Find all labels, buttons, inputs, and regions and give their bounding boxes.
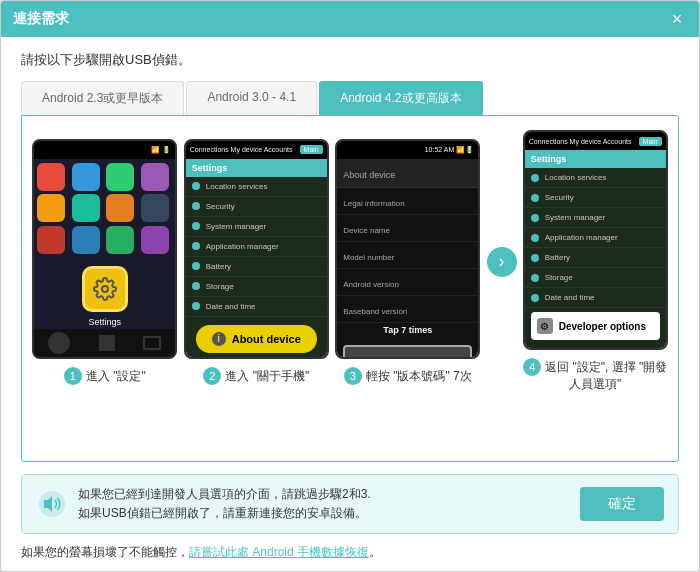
menu-dot bbox=[192, 302, 200, 310]
tab-android-30[interactable]: Android 3.0 - 4.1 bbox=[186, 81, 317, 115]
menu-dot bbox=[192, 282, 200, 290]
tap-label: Tap 7 times bbox=[383, 325, 432, 335]
step-2: Connections My device Accounts Main Sett… bbox=[184, 139, 330, 385]
app-icon bbox=[37, 163, 65, 191]
step-4: Connections My device Accounts Main Sett… bbox=[523, 130, 669, 393]
phone4-nav: Settings bbox=[525, 150, 666, 168]
menu-about2: About device bbox=[525, 344, 666, 350]
step-3-label: 3輕按 "版本號碼" 7次 bbox=[344, 367, 472, 385]
close-button[interactable]: × bbox=[667, 9, 687, 29]
menu-dot bbox=[531, 350, 539, 351]
menu-location: Location services bbox=[186, 177, 327, 197]
phone2-nav: Settings bbox=[186, 159, 327, 177]
phone2-status-bar: Connections My device Accounts Main bbox=[186, 141, 327, 159]
phone3-status-bar: 10:52 AM 📶🔋 bbox=[337, 141, 478, 159]
menu-dot bbox=[531, 294, 539, 302]
tab-android-23[interactable]: Android 2.3或更早版本 bbox=[21, 81, 184, 115]
steps-container: 📶 🔋 bbox=[32, 130, 668, 393]
link-section: 如果您的螢幕損壞了不能觸控，請嘗試此處 Android 手機數據恢復。 bbox=[21, 544, 679, 561]
dialog-window: 連接需求 × 請按以下步驟開啟USB偵錯。 Android 2.3或更早版本 A… bbox=[0, 0, 700, 572]
menu-security2: Security bbox=[525, 188, 666, 208]
title-bar: 連接需求 × bbox=[1, 1, 699, 37]
about-baseband: Baseband version bbox=[337, 296, 478, 323]
menu-dot bbox=[531, 254, 539, 262]
app-icon bbox=[37, 226, 65, 254]
menu-battery2: Battery bbox=[525, 248, 666, 268]
settings-label: Settings bbox=[88, 317, 121, 327]
app-icon bbox=[141, 194, 169, 222]
bottom-note-text: 如果您已經到達開發人員選項的介面，請跳過步驟2和3. 如果USB偵錯已經開啟了，… bbox=[78, 485, 570, 523]
about-android: Android version bbox=[337, 269, 478, 296]
menu-dot bbox=[192, 182, 200, 190]
about-device-highlight: i About device bbox=[196, 325, 317, 353]
phone-screen-4: Connections My device Accounts Main Sett… bbox=[523, 130, 668, 350]
menu-date: Date and time bbox=[186, 297, 327, 317]
menu-dot bbox=[192, 202, 200, 210]
menu-dot bbox=[531, 174, 539, 182]
developer-icon: ⚙ bbox=[537, 318, 553, 334]
phone1-status-bar: 📶 🔋 bbox=[34, 141, 175, 159]
dialog-title: 連接需求 bbox=[13, 10, 69, 28]
menu-dot bbox=[192, 222, 200, 230]
app-icon bbox=[72, 163, 100, 191]
app-icon bbox=[141, 226, 169, 254]
phone-screen-3: 10:52 AM 📶🔋 About device Legal informati… bbox=[335, 139, 480, 359]
developer-options-highlight: ⚙ Developer options bbox=[531, 312, 660, 340]
app-icon bbox=[106, 163, 134, 191]
menu-security: Security bbox=[186, 197, 327, 217]
app-icon bbox=[141, 163, 169, 191]
about-device-header: About device bbox=[337, 159, 478, 188]
app-icon bbox=[106, 194, 134, 222]
menu-location2: Location services bbox=[525, 168, 666, 188]
phone1-bottom-bar bbox=[34, 329, 175, 357]
phone-screen-1: 📶 🔋 bbox=[32, 139, 177, 359]
menu-storage: Storage bbox=[186, 277, 327, 297]
phone4-status-bar: Connections My device Accounts Main bbox=[525, 132, 666, 150]
menu-battery: Battery bbox=[186, 257, 327, 277]
app-icon bbox=[72, 194, 100, 222]
about-legal: Legal information bbox=[337, 188, 478, 215]
menu-system: System manager bbox=[186, 217, 327, 237]
tab-android-42[interactable]: Android 4.2或更高版本 bbox=[319, 81, 482, 115]
app-icon bbox=[72, 226, 100, 254]
step-4-label: 4返回 "設定", 選擇 "開發 人員選項" bbox=[523, 358, 668, 393]
about-model: Model number bbox=[337, 242, 478, 269]
menu-system2: System manager bbox=[525, 208, 666, 228]
tab-bar: Android 2.3或更早版本 Android 3.0 - 4.1 Andro… bbox=[21, 81, 679, 115]
menu-dot bbox=[531, 274, 539, 282]
menu-storage2: Storage bbox=[525, 268, 666, 288]
menu-dot bbox=[531, 214, 539, 222]
dialog-body: 請按以下步驟開啟USB偵錯。 Android 2.3或更早版本 Android … bbox=[1, 37, 699, 571]
build-number-box: Build number bbox=[343, 345, 472, 359]
info-icon: i bbox=[212, 332, 226, 346]
content-area: 📶 🔋 bbox=[21, 115, 679, 462]
menu-dot bbox=[531, 194, 539, 202]
menu-apps: Application manager bbox=[186, 237, 327, 257]
app-icon bbox=[106, 226, 134, 254]
svg-point-0 bbox=[102, 286, 108, 292]
bottom-note: 如果您已經到達開發人員選項的介面，請跳過步驟2和3. 如果USB偵錯已經開啟了，… bbox=[21, 474, 679, 534]
step-3: 10:52 AM 📶🔋 About device Legal informati… bbox=[335, 139, 481, 385]
menu-apps2: Application manager bbox=[525, 228, 666, 248]
about-device-name: Device name bbox=[337, 215, 478, 242]
menu-date2: Date and time bbox=[525, 288, 666, 308]
phone-screen-2: Connections My device Accounts Main Sett… bbox=[184, 139, 329, 359]
settings-icon bbox=[82, 266, 128, 312]
step-1: 📶 🔋 bbox=[32, 139, 178, 385]
subtitle: 請按以下步驟開啟USB偵錯。 bbox=[21, 51, 679, 69]
menu-dot bbox=[531, 234, 539, 242]
recovery-link[interactable]: 請嘗試此處 Android 手機數據恢復 bbox=[189, 545, 369, 559]
speaker-icon bbox=[36, 488, 68, 520]
menu-dot bbox=[192, 242, 200, 250]
app-icon bbox=[37, 194, 65, 222]
step-2-label: 2進入 "關于手機" bbox=[203, 367, 309, 385]
build-number-section: Tap 7 times Build number bbox=[337, 323, 478, 359]
menu-dot bbox=[192, 262, 200, 270]
step-1-label: 1進入 "設定" bbox=[64, 367, 146, 385]
ok-button[interactable]: 確定 bbox=[580, 487, 664, 521]
next-arrow[interactable]: › bbox=[487, 247, 517, 277]
